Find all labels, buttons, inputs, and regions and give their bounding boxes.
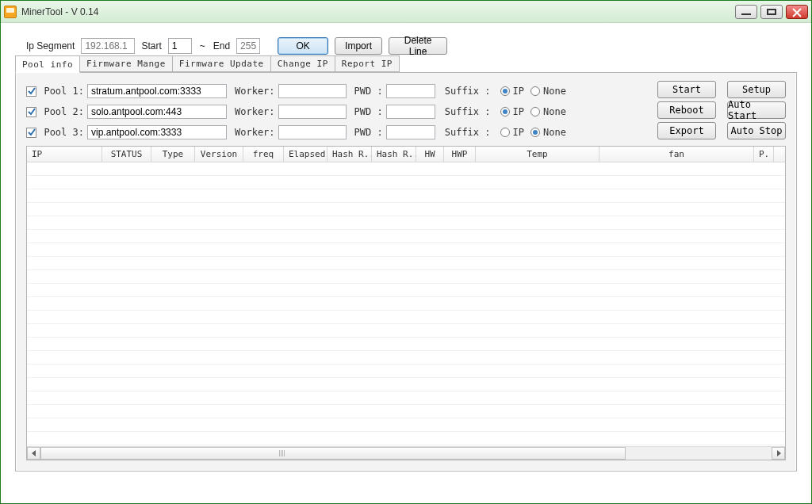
table-row: [27, 243, 785, 257]
table-row: [27, 324, 785, 338]
col-status[interactable]: STATUS: [102, 147, 151, 162]
titlebar: MinerTool - V 0.14: [1, 1, 811, 23]
tabstrip: Pool info Firmware Mange Firmware Update…: [15, 55, 400, 73]
col-temp[interactable]: Temp: [476, 147, 599, 162]
pool2-suffix-none-label: None: [543, 106, 566, 117]
ok-button[interactable]: OK: [278, 37, 328, 55]
tab-report-ip[interactable]: Report IP: [335, 55, 400, 72]
tab-page-pool-info: Pool 1: Worker: PWD : Suffix : IP None: [16, 73, 796, 471]
table-row: [27, 391, 785, 405]
pool3-worker-label: Worker:: [235, 127, 275, 138]
table-row: [27, 176, 785, 189]
pool2-pwd-label: PWD :: [354, 106, 383, 117]
pool1-checkbox[interactable]: [26, 86, 36, 97]
pool1-worker-input[interactable]: [278, 84, 347, 98]
pool1-suffix-ip-radio[interactable]: [500, 86, 510, 96]
pool3-suffix-none-radio[interactable]: [530, 128, 540, 137]
pool3-suffix-label: Suffix :: [445, 127, 491, 138]
tab-firmware-update[interactable]: Firmware Update: [172, 55, 271, 72]
pool1-suffix-none-radio[interactable]: [530, 86, 540, 96]
start-input[interactable]: [168, 38, 192, 54]
tab-change-ip[interactable]: Change IP: [270, 55, 335, 72]
table-row: [27, 257, 785, 270]
export-button[interactable]: Export: [657, 122, 716, 139]
miner-list: IP STATUS Type Version freq Elapsed Hash…: [26, 146, 786, 460]
scroll-right-arrow-icon[interactable]: [772, 447, 785, 460]
table-row: [27, 230, 785, 243]
delete-line-button[interactable]: Delete Line: [389, 37, 447, 55]
col-ip[interactable]: IP: [27, 147, 102, 162]
scroll-left-arrow-icon[interactable]: [27, 447, 40, 460]
col-fan[interactable]: fan: [599, 147, 754, 162]
pool2-url-input[interactable]: [87, 105, 227, 119]
table-row: [27, 162, 785, 176]
pool3-checkbox[interactable]: [26, 128, 36, 138]
pool2-checkbox[interactable]: [26, 107, 36, 117]
pool3-suffix-ip-radio[interactable]: [500, 128, 510, 137]
pool3-url-input[interactable]: [87, 125, 227, 139]
maximize-button[interactable]: [760, 5, 783, 19]
horizontal-scrollbar[interactable]: [27, 446, 785, 460]
pool3-suffix-ip-label: IP: [513, 127, 524, 138]
pool1-suffix-label: Suffix :: [445, 86, 491, 97]
pool2-suffix-ip-radio[interactable]: [500, 107, 510, 116]
tab-pool-info[interactable]: Pool info: [15, 55, 80, 73]
pool2-label: Pool 2:: [43, 106, 84, 117]
table-row: [27, 351, 785, 365]
pool1-worker-label: Worker:: [235, 86, 275, 97]
col-p[interactable]: P.: [754, 147, 774, 162]
ip-segment-input[interactable]: [81, 38, 135, 54]
pool1-suffix-none-label: None: [543, 86, 566, 97]
reboot-button[interactable]: Reboot: [657, 101, 716, 119]
close-button[interactable]: [786, 5, 808, 19]
window-buttons: [735, 5, 808, 19]
list-body[interactable]: [27, 162, 785, 445]
col-freq[interactable]: freq: [243, 147, 284, 162]
pool1-suffix-ip-label: IP: [513, 86, 524, 97]
list-header: IP STATUS Type Version freq Elapsed Hash…: [27, 147, 785, 162]
col-version[interactable]: Version: [195, 147, 243, 162]
start-button[interactable]: Start: [657, 81, 716, 98]
import-button[interactable]: Import: [335, 37, 382, 55]
tab-firmware-mange[interactable]: Firmware Mange: [79, 55, 173, 72]
col-type[interactable]: Type: [151, 147, 195, 162]
svg-marker-0: [32, 450, 36, 456]
pool-action-buttons: Start Setup Reboot Auto Start Export Aut…: [657, 81, 786, 139]
pool2-suffix-label: Suffix :: [445, 106, 491, 117]
table-row: [27, 284, 785, 297]
pool3-pwd-label: PWD :: [354, 127, 383, 138]
table-row: [27, 270, 785, 284]
pool3-pwd-input[interactable]: [386, 125, 435, 139]
toolbar: Ip Segment Start ~ End OK Import Delete …: [26, 37, 797, 55]
end-input[interactable]: [236, 38, 260, 54]
ip-segment-label: Ip Segment: [26, 40, 75, 52]
pool3-suffix-none-label: None: [543, 127, 566, 138]
pool1-label: Pool 1:: [43, 86, 84, 97]
auto-start-button[interactable]: Auto Start: [727, 101, 786, 119]
scrollbar-track[interactable]: [40, 447, 772, 460]
scrollbar-thumb[interactable]: [40, 447, 626, 460]
pool1-pwd-input[interactable]: [386, 84, 435, 98]
pool1-url-input[interactable]: [87, 84, 227, 98]
pool2-suffix-none-radio[interactable]: [530, 107, 540, 116]
tab-frame: Pool 1: Worker: PWD : Suffix : IP None: [15, 72, 797, 472]
col-hashr1[interactable]: Hash R...: [327, 147, 372, 162]
app-icon: [4, 6, 17, 18]
table-row: [27, 311, 785, 324]
auto-stop-button[interactable]: Auto Stop: [727, 122, 786, 139]
col-elapsed[interactable]: Elapsed: [284, 147, 327, 162]
minimize-button[interactable]: [735, 5, 757, 19]
pool2-pwd-input[interactable]: [386, 105, 435, 119]
col-hwp[interactable]: HWP: [444, 147, 476, 162]
col-hashr2[interactable]: Hash R...: [372, 147, 416, 162]
col-hw[interactable]: HW: [416, 147, 444, 162]
pool3-worker-input[interactable]: [278, 125, 347, 139]
pool2-worker-input[interactable]: [278, 105, 347, 119]
pool2-worker-label: Worker:: [235, 106, 275, 117]
table-row: [27, 432, 785, 445]
setup-button[interactable]: Setup: [727, 81, 786, 98]
table-row: [27, 365, 785, 378]
table-row: [27, 203, 785, 216]
table-row: [27, 418, 785, 432]
range-tilde: ~: [198, 40, 207, 52]
